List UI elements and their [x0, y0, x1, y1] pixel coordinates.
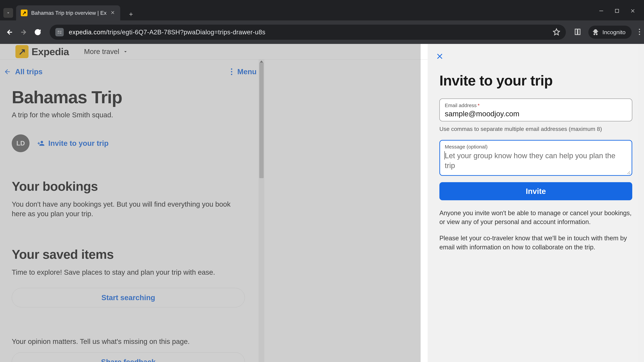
message-label: Message (optional) [445, 144, 627, 150]
browser-tab[interactable]: ↗ Bahamas Trip trip overview | Ex [16, 5, 120, 20]
incognito-badge[interactable]: Incognito [588, 26, 632, 39]
nav-forward-button[interactable] [20, 28, 28, 36]
tab-title: Bahamas Trip trip overview | Ex [31, 10, 106, 16]
invite-submit-button[interactable]: Invite [440, 182, 632, 200]
email-helper: Use commas to separate multiple email ad… [440, 126, 632, 132]
bookmark-star-icon[interactable] [553, 28, 560, 36]
email-field[interactable]: Email address* sample@moodjoy.com [440, 98, 632, 121]
tab-close-button[interactable] [110, 10, 115, 16]
browser-menu-button[interactable] [639, 28, 640, 36]
svg-rect-1 [615, 9, 619, 12]
svg-point-7 [60, 33, 61, 33]
drawer-close-button[interactable] [435, 52, 444, 61]
email-label: Email address* [445, 103, 627, 108]
svg-rect-4 [58, 33, 59, 33]
svg-rect-9 [578, 29, 580, 35]
message-placeholder: Let your group know how they can help yo… [445, 151, 627, 171]
site-info-button[interactable] [55, 28, 64, 36]
svg-point-11 [639, 31, 640, 32]
email-value: sample@moodjoy.com [445, 110, 627, 118]
window-maximize-button[interactable] [614, 8, 620, 14]
svg-point-10 [639, 29, 640, 30]
drawer-info-2: Please let your co-traveler know that we… [440, 234, 632, 252]
url-text: expedia.com/trips/egti-6Q7-A2B-78SH?pwaD… [69, 29, 266, 36]
svg-rect-0 [600, 11, 603, 11]
nav-reload-button[interactable] [34, 28, 42, 36]
svg-rect-3 [60, 31, 62, 31]
drawer-title: Invite to your trip [440, 72, 632, 89]
browser-address-bar: expedia.com/trips/egti-6Q7-A2B-78SH?pwaD… [0, 20, 644, 44]
url-input[interactable]: expedia.com/trips/egti-6Q7-A2B-78SH?pwaD… [50, 25, 566, 40]
window-minimize-button[interactable] [598, 8, 604, 14]
invite-drawer: Invite to your trip Email address* sampl… [428, 44, 644, 362]
svg-point-6 [58, 31, 59, 32]
drawer-scrollbar[interactable] [638, 44, 644, 362]
window-close-button[interactable] [630, 8, 636, 14]
message-field[interactable]: Message (optional) Let your group know h… [440, 140, 632, 176]
textarea-resize-handle[interactable] [626, 170, 630, 174]
tab-favicon-icon: ↗ [21, 9, 28, 16]
svg-rect-8 [575, 29, 577, 35]
tab-search-button[interactable] [3, 8, 13, 18]
new-tab-button[interactable] [126, 10, 135, 18]
modal-dimmer[interactable] [0, 44, 420, 362]
svg-point-12 [639, 34, 640, 35]
text-caret [444, 151, 445, 160]
incognito-label: Incognito [602, 29, 626, 35]
browser-titlebar: ↗ Bahamas Trip trip overview | Ex [0, 0, 644, 20]
drawer-info-1: Anyone you invite won't be able to manag… [440, 209, 632, 226]
reader-mode-icon[interactable] [574, 28, 581, 36]
nav-back-button[interactable] [6, 28, 14, 36]
